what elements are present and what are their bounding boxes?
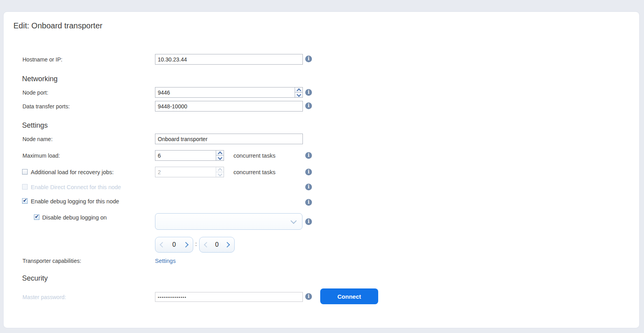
maximum-load-input[interactable] — [155, 150, 224, 161]
debug-logging-info-icon[interactable]: i — [305, 199, 312, 206]
direct-connect-info-icon[interactable]: i — [305, 184, 312, 190]
hours-decrement-button[interactable] — [160, 242, 165, 247]
info-icon-glyph: i — [308, 169, 310, 175]
additional-load-spinner — [216, 167, 224, 177]
chevron-down-icon — [297, 92, 301, 97]
additional-load-stepper — [155, 167, 224, 177]
info-icon-glyph: i — [308, 102, 310, 109]
master-password-label: Master password: — [22, 294, 66, 300]
additional-load-unit: concurrent tasks — [233, 169, 275, 175]
section-heading-security: Security — [22, 274, 48, 283]
info-icon-glyph: i — [308, 199, 310, 206]
direct-connect-checkbox — [22, 184, 28, 190]
maximum-load-info-icon[interactable]: i — [305, 152, 312, 159]
maximum-load-spinner — [216, 151, 224, 160]
connect-button[interactable]: Connect — [320, 288, 378, 304]
info-icon-glyph: i — [308, 184, 310, 190]
debug-logging-label[interactable]: Enable debug logging for this node — [31, 198, 119, 205]
data-transfer-ports-label: Data transfer ports: — [22, 103, 70, 110]
maximum-load-unit: concurrent tasks — [233, 153, 275, 159]
hostname-label: Hostname or IP: — [22, 56, 62, 63]
hours-stepper: 0 — [155, 237, 193, 253]
data-transfer-ports-info-icon[interactable]: i — [305, 102, 312, 109]
node-name-input[interactable] — [155, 134, 303, 144]
info-icon-glyph: i — [308, 293, 310, 300]
dialog-title: Edit: Onboard transporter — [13, 21, 103, 30]
node-port-input[interactable] — [155, 87, 303, 98]
chevron-down-icon — [291, 218, 297, 224]
info-icon-glyph: i — [308, 218, 310, 225]
hours-increment-button[interactable] — [183, 242, 189, 247]
node-port-label: Node port: — [22, 89, 48, 96]
hostname-info-icon[interactable]: i — [305, 56, 312, 62]
transporter-capabilities-label: Transporter capabilities: — [22, 258, 81, 264]
minutes-increment-button[interactable] — [224, 242, 230, 247]
disable-debug-logging-info-icon[interactable]: i — [305, 218, 312, 225]
chevron-down-icon — [218, 155, 222, 160]
direct-connect-label: Enable Direct Connect for this node — [31, 184, 121, 190]
node-port-decrement-button[interactable] — [295, 93, 302, 97]
disable-debug-date-dropdown[interactable] — [155, 213, 302, 230]
maximum-load-label: Maximum load: — [22, 153, 60, 159]
minutes-decrement-button[interactable] — [204, 242, 209, 247]
info-icon-glyph: i — [308, 89, 310, 96]
minutes-value: 0 — [215, 241, 219, 248]
maximum-load-decrement-button[interactable] — [216, 156, 224, 160]
maximum-load-stepper — [155, 150, 224, 161]
page-background: Edit: Onboard transporter Hostname or IP… — [0, 0, 644, 333]
debug-logging-checkbox[interactable] — [22, 198, 28, 204]
master-password-info-icon[interactable]: i — [305, 293, 312, 300]
master-password-input[interactable] — [155, 292, 303, 302]
minutes-stepper: 0 — [199, 237, 235, 253]
hours-value: 0 — [172, 241, 176, 248]
transporter-capabilities-settings-link[interactable]: Settings — [155, 258, 175, 264]
additional-load-checkbox[interactable] — [22, 169, 28, 175]
node-port-info-icon[interactable]: i — [305, 89, 312, 96]
additional-load-info-icon[interactable]: i — [305, 169, 312, 175]
disable-debug-logging-label[interactable]: Disable debug logging on — [42, 214, 107, 221]
info-icon-glyph: i — [308, 56, 310, 62]
section-heading-settings: Settings — [22, 121, 48, 130]
additional-load-label[interactable]: Additional load for recovery jobs: — [31, 169, 114, 175]
disable-debug-logging-checkbox[interactable] — [34, 214, 39, 220]
hostname-input[interactable] — [155, 54, 303, 65]
node-port-spinner — [295, 87, 302, 97]
node-name-label: Node name: — [22, 136, 52, 142]
chevron-down-icon — [218, 172, 222, 176]
data-transfer-ports-input[interactable] — [155, 101, 303, 112]
time-separator: : — [195, 240, 197, 247]
additional-load-decrement-button — [216, 172, 224, 177]
info-icon-glyph: i — [308, 152, 310, 159]
additional-load-input — [155, 167, 224, 177]
section-heading-networking: Networking — [22, 75, 58, 83]
node-port-stepper — [155, 87, 303, 98]
